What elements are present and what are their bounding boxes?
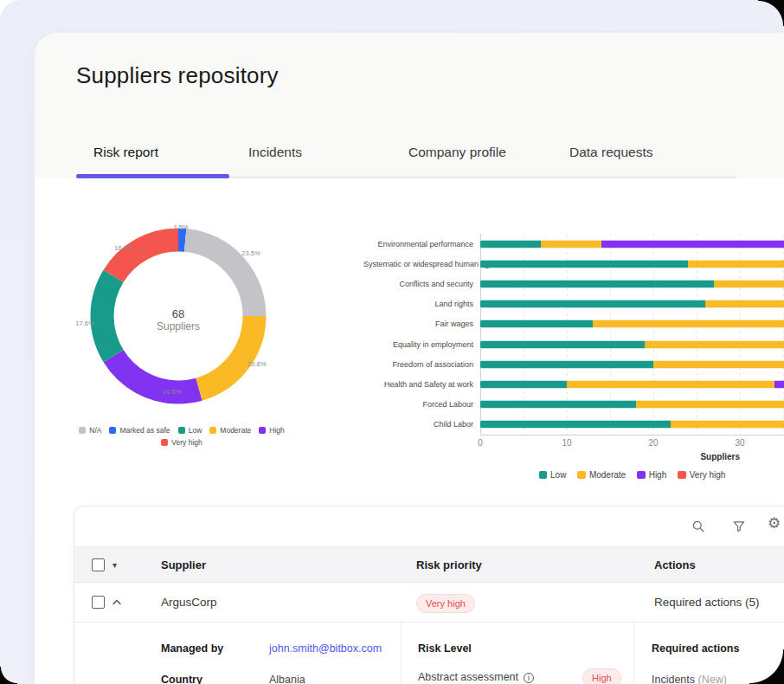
legend-swatch [209, 427, 216, 434]
settings-gear-icon[interactable]: ⚙ [768, 516, 781, 531]
bar-segment-moderate [593, 320, 784, 328]
bar-category-label: Health and Safety at work [363, 380, 473, 389]
bar-segment-high [601, 240, 784, 248]
suppliers-table: ⚙ ▾ Supplier Risk priority Actions Argus… [74, 506, 784, 684]
bar-track [480, 240, 784, 248]
donut-legend-item-marked-as-safe[interactable]: Marked as safe [109, 426, 170, 435]
country-value: Albania [269, 674, 305, 684]
bar-segment-low [480, 260, 688, 268]
legend-label: Moderate [220, 426, 251, 435]
search-icon[interactable] [691, 519, 705, 533]
bar-segment-low [480, 340, 645, 348]
select-menu-caret-icon[interactable]: ▾ [112, 547, 117, 584]
donut-legend-item-n-a[interactable]: N/A [79, 426, 101, 435]
legend-swatch [577, 471, 586, 480]
legend-swatch [161, 439, 168, 446]
bar-track [480, 421, 784, 429]
select-all-checkbox[interactable] [92, 558, 105, 571]
donut-pct-high: 20.6% [163, 388, 181, 396]
legend-label: High [269, 426, 284, 435]
table-row[interactable]: ArgusCorp Very high Required actions (5) [74, 583, 784, 623]
row-checkbox[interactable] [92, 596, 105, 609]
filter-icon[interactable] [732, 519, 746, 533]
legend-label: High [649, 470, 667, 480]
bar-segment-high [774, 380, 784, 388]
rounded-corner-top-right [758, 0, 784, 26]
bar-category-label: Freedom of association [363, 360, 473, 369]
legend-swatch [178, 427, 185, 434]
bar-row: Environmental performance [363, 234, 784, 254]
bar-legend-item-moderate[interactable]: Moderate [577, 470, 626, 480]
donut-legend-item-high[interactable]: High [259, 426, 285, 435]
row-expanded-details: Managed by john.smith@bitbox.com Country… [74, 623, 784, 684]
bar-x-ticks: 0102030 [480, 438, 784, 450]
bar-category-label: Child Labor [363, 420, 473, 429]
bar-row: Systematic or widespread human righ... [363, 254, 784, 274]
bar-track [480, 280, 784, 287]
x-tick-label: 10 [562, 438, 571, 448]
donut-legend-item-very-high[interactable]: Very high [161, 438, 202, 447]
tab-company-profile[interactable]: Company profile [408, 145, 506, 160]
tab-risk-report[interactable]: Risk report [93, 145, 158, 160]
bar-row: Equality in employment [363, 334, 784, 354]
legend-label: N/A [89, 426, 101, 435]
donut-pct-very-high: 16.2% [114, 244, 132, 252]
donut-legend-item-low[interactable]: Low [178, 426, 202, 435]
bar-segment-low [480, 401, 636, 409]
chevron-up-icon[interactable] [112, 598, 122, 605]
info-icon[interactable] [524, 673, 534, 683]
legend-label: Very high [690, 470, 726, 480]
bar-category-label: Environmental performance [363, 240, 473, 248]
bar-segment-moderate [653, 360, 784, 368]
bar-row: Land rights [363, 294, 784, 314]
risk-priority-badge: Very high [416, 594, 475, 613]
bar-track [480, 380, 784, 388]
bar-segment-moderate [541, 240, 601, 248]
page-title: Suppliers repository [76, 62, 279, 89]
legend-swatch [539, 471, 548, 480]
donut-center-value: 68 [157, 307, 200, 320]
details-divider-2 [633, 623, 634, 684]
incident-label: Incidents [652, 674, 695, 684]
bar-track [480, 360, 784, 368]
bar-legend-item-high[interactable]: High [637, 470, 666, 480]
rounded-corner-bottom-right [749, 649, 784, 684]
legend-label: Low [550, 470, 566, 480]
supplier-name: ArgusCorp [161, 583, 217, 623]
bar-row: Conflicts and security [363, 274, 784, 294]
legend-label: Moderate [589, 470, 626, 480]
managed-by-email-link[interactable]: john.smith@bitbox.com [269, 642, 382, 655]
bar-category-label: Equality in employment [363, 340, 473, 349]
donut-pct-marked-safe: 1.5% [173, 223, 188, 231]
tab-incidents[interactable]: Incidents [248, 145, 302, 160]
stacked-bar-chart: Environmental performanceSystematic or w… [363, 222, 784, 490]
bar-segment-moderate [688, 260, 784, 268]
x-tick-label: 0 [478, 438, 483, 448]
bar-track [480, 300, 784, 308]
active-tab-indicator [76, 174, 229, 178]
bar-legend-item-very-high[interactable]: Very high [678, 470, 725, 480]
legend-label: Very high [171, 438, 202, 447]
tab-data-requests[interactable]: Data requests [569, 145, 653, 160]
donut-legend-item-moderate[interactable]: Moderate [209, 426, 251, 435]
bar-segment-low [480, 240, 541, 248]
donut-legend: N/AMarked as safeLowModerateHighVery hig… [74, 426, 290, 447]
incident-item[interactable]: Incidents (New) [652, 674, 727, 684]
bar-segment-low [480, 380, 567, 388]
bar-rows: Environmental performanceSystematic or w… [363, 234, 784, 435]
managed-by-label: Managed by [161, 642, 223, 655]
bar-segment-low [480, 300, 705, 308]
required-actions-label: Required actions [652, 642, 739, 655]
bar-segment-moderate [714, 280, 784, 287]
bar-track [480, 320, 784, 328]
bar-row: Fair wages [363, 314, 784, 334]
bar-x-axis-label: Suppliers [700, 452, 740, 461]
bar-segment-low [480, 280, 714, 287]
donut-pct-low: 17.6% [75, 319, 93, 327]
bar-legend-item-low[interactable]: Low [539, 470, 567, 480]
risk-level-label: Risk Level [418, 642, 472, 655]
bar-track [480, 260, 784, 268]
bar-row: Freedom of association [363, 354, 784, 374]
assessment-badge: High [582, 668, 621, 684]
country-label: Country [161, 674, 202, 684]
